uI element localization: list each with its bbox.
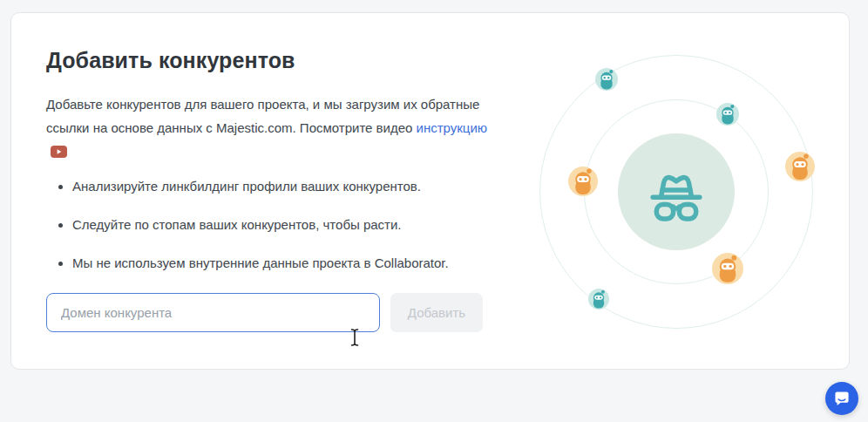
robot-avatar-icon xyxy=(785,152,815,181)
list-item: Мы не используем внутренние данные проек… xyxy=(72,255,501,272)
chat-launcher-button[interactable] xyxy=(825,382,858,415)
content-column: Добавить конкурентов Добавьте конкуренто… xyxy=(46,46,501,332)
chat-bubble-icon xyxy=(832,389,851,408)
competitors-illustration xyxy=(539,55,813,329)
description-body: Добавьте конкурентов для вашего проекта,… xyxy=(46,97,479,135)
video-instruction-link-label: инструкцию xyxy=(417,120,488,135)
robot-avatar-icon xyxy=(588,289,609,310)
add-competitor-form: Добавить xyxy=(46,293,501,332)
add-competitors-card: Добавить конкурентов Добавьте конкуренто… xyxy=(10,12,850,370)
youtube-icon xyxy=(51,141,67,165)
add-button[interactable]: Добавить xyxy=(390,293,483,332)
description-text: Добавьте конкурентов для вашего проекта,… xyxy=(46,92,496,165)
robot-avatar-icon xyxy=(595,68,618,91)
incognito-circle xyxy=(618,133,735,250)
robot-avatar-icon xyxy=(716,103,739,126)
text-cursor xyxy=(349,328,360,351)
competitor-domain-input[interactable] xyxy=(46,293,380,332)
robot-avatar-icon xyxy=(568,167,598,196)
list-item: Следуйте по стопам ваших конкурентов, чт… xyxy=(72,216,501,234)
robot-avatar-icon xyxy=(712,253,743,284)
list-item: Анализируйте линкбилдинг профили ваших к… xyxy=(72,178,501,195)
incognito-spy-icon xyxy=(638,153,715,230)
benefits-list: Анализируйте линкбилдинг профили ваших к… xyxy=(46,178,501,272)
page-title: Добавить конкурентов xyxy=(46,46,501,74)
